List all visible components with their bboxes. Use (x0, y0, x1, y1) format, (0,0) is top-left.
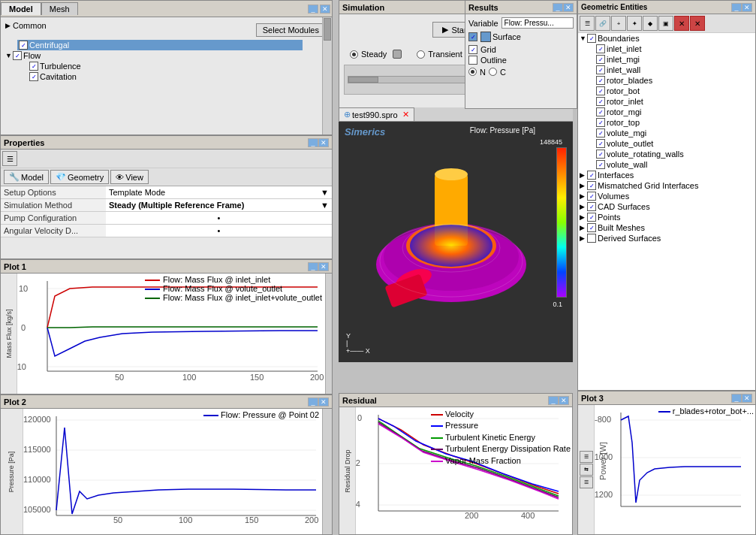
plot1-ylabel: Mass Flux [kg/s] (5, 309, 13, 358)
geo-tool-6[interactable]: ▣ (658, 16, 673, 31)
geo-tool-2[interactable]: 🔗 (595, 16, 610, 31)
variable-dropdown[interactable]: Flow: Pressu... (501, 17, 574, 29)
minimize-properties[interactable]: _ (308, 138, 318, 147)
cad-surfaces-item[interactable]: ▶ CAD Surfaces (578, 201, 755, 212)
inlet-inlet-item[interactable]: inlet_inlet (595, 44, 755, 54)
geo-tool-3[interactable]: + (611, 16, 626, 31)
plot3-tool-3[interactable]: ☰ (580, 476, 593, 488)
minimize-results[interactable]: _ (553, 3, 563, 12)
rotor-blades-item[interactable]: rotor_blades (595, 75, 755, 86)
plot2-ylabel: Pressure [Pa] (8, 451, 16, 492)
rotor-top-item[interactable]: rotor_top (595, 117, 755, 128)
close-results[interactable]: ✕ (563, 3, 574, 12)
tab-model-prop[interactable]: 🔧 Model (4, 170, 49, 184)
boundaries-item[interactable]: ▼ Boundaries (578, 33, 755, 44)
flow-section[interactable]: ▼ Flow (4, 50, 329, 61)
minimize-geo[interactable]: _ (731, 3, 742, 12)
volute-outlet-item[interactable]: volute_outlet (595, 138, 755, 149)
plot3-tool-1[interactable]: ☰ (580, 451, 593, 463)
plot1-area[interactable]: Flow: Mass Flux @ inlet_inlet Flow: Mass… (17, 274, 325, 394)
plot1-scrollbar[interactable] (325, 274, 332, 394)
flow-checkbox[interactable] (13, 51, 22, 60)
geo-tool-5[interactable]: ◆ (643, 16, 658, 31)
residual-legend: Velocity Pressure Turbulent Kinetic Ener… (431, 409, 571, 467)
plot2-legend: Flow: Pressure @ Point 02 (203, 410, 319, 419)
model-scrollbar[interactable] (322, 17, 332, 135)
centrifugal-item[interactable]: Centrifugal (17, 40, 303, 50)
plot3-area[interactable]: r_blades+rotor_bot+... -800 -1000 -1200 … (595, 405, 755, 534)
geo-tool-4[interactable]: ✦ (627, 16, 642, 31)
svg-text:115000: 115000 (23, 445, 51, 454)
plot3-tool-2[interactable]: ⇆ (580, 464, 593, 476)
interfaces-item[interactable]: ▶ Interfaces (578, 170, 755, 180)
file-tab[interactable]: ⊕ test990.spro ✕ (339, 107, 414, 121)
minimize-residual[interactable]: _ (548, 396, 559, 405)
properties-title: Properties (4, 138, 44, 147)
n-radio[interactable] (468, 68, 477, 76)
plot3-tools: ☰ ⇆ ☰ (578, 449, 595, 490)
grid-checkbox[interactable] (468, 45, 477, 54)
grid-label: Grid (480, 45, 496, 54)
steady-radio[interactable] (350, 50, 358, 59)
residual-title: Residual (342, 396, 377, 405)
tab-view-prop[interactable]: 👁 View (110, 170, 149, 184)
close-residual[interactable]: ✕ (559, 396, 569, 405)
rotor-bot-item[interactable]: rotor_bot (595, 86, 755, 96)
plot1-title: Plot 1 (4, 262, 26, 271)
flow-label: Flow (23, 51, 41, 60)
scrollbar-thumb[interactable] (324, 18, 331, 41)
rotor-inlet-item[interactable]: rotor_inlet (595, 96, 755, 107)
close-geo[interactable]: ✕ (742, 3, 752, 12)
points-item[interactable]: ▶ Points (578, 212, 755, 222)
volute-mgi-item[interactable]: volute_mgi (595, 128, 755, 138)
svg-text:150: 150 (245, 515, 258, 524)
transient-radio[interactable] (417, 50, 425, 59)
properties-tool-1[interactable]: ☰ (2, 151, 17, 166)
tab-model[interactable]: Model (1, 2, 41, 15)
outline-checkbox[interactable] (468, 56, 477, 65)
cavitation-item[interactable]: Cavitation (28, 71, 329, 82)
centrifugal-checkbox[interactable] (19, 41, 28, 50)
volumes-item[interactable]: ▶ Volumes (578, 191, 755, 201)
close-plot1[interactable]: ✕ (318, 262, 329, 271)
residual-area[interactable]: Velocity Pressure Turbulent Kinetic Ener… (356, 407, 572, 534)
geo-tool-del[interactable]: ✕ (674, 16, 689, 31)
geo-tool-1[interactable]: ☰ (580, 16, 595, 31)
mismatched-item[interactable]: ▶ Mismatched Grid Interfaces (578, 180, 755, 191)
derived-surfaces-item[interactable]: ▶ Derived Surfaces (578, 233, 755, 243)
cavitation-checkbox[interactable] (29, 72, 38, 81)
inlet-wall-item[interactable]: inlet_wall (595, 65, 755, 75)
close-file-icon[interactable]: ✕ (402, 110, 409, 119)
tab-mesh[interactable]: Mesh (41, 2, 78, 15)
turbulence-checkbox[interactable] (29, 62, 38, 71)
built-meshes-item[interactable]: ▶ Built Meshes (578, 222, 755, 233)
svg-text:105000: 105000 (23, 505, 51, 514)
svg-text:Power [W]: Power [W] (598, 442, 607, 480)
boundaries-checkbox[interactable] (587, 34, 596, 43)
tab-geometry-prop[interactable]: 💎 Geometry (50, 170, 109, 184)
svg-text:150: 150 (250, 373, 264, 382)
volute-rotating-item[interactable]: volute_rotating_walls (595, 149, 755, 159)
close-properties[interactable]: ✕ (318, 138, 329, 147)
plot2-area[interactable]: Flow: Pressure @ Point 02 120000 115000 … (23, 409, 322, 534)
rotor-mgi-item[interactable]: rotor_mgi (595, 107, 755, 117)
sim-scrollbar-thumb[interactable] (348, 77, 378, 83)
plot2-scrollbar[interactable] (322, 409, 332, 534)
3d-viewport[interactable]: Simerics Flow: Pressure [Pa] 148845 0.1 (339, 122, 573, 362)
close-model[interactable]: ✕ (320, 5, 330, 14)
close-plot3[interactable]: ✕ (742, 394, 752, 403)
select-modules-button[interactable]: Select Modules (256, 23, 326, 37)
minimize-plot2[interactable]: _ (308, 397, 318, 407)
inlet-mgi-item[interactable]: inlet_mgi (595, 54, 755, 65)
minimize-model[interactable]: _ (308, 5, 318, 14)
geo-tool-del2[interactable]: ✕ (690, 16, 705, 31)
minimize-plot3[interactable]: _ (731, 394, 742, 403)
surface-checkbox[interactable] (468, 32, 477, 41)
close-plot2[interactable]: ✕ (318, 397, 329, 407)
volute-wall-item[interactable]: volute_wall (595, 159, 755, 170)
pump-3d-view (346, 129, 556, 355)
svg-text:200: 200 (305, 515, 318, 524)
turbulence-item[interactable]: Turbulence (28, 61, 329, 71)
minimize-plot1[interactable]: _ (308, 262, 318, 271)
c-radio[interactable] (489, 68, 497, 76)
